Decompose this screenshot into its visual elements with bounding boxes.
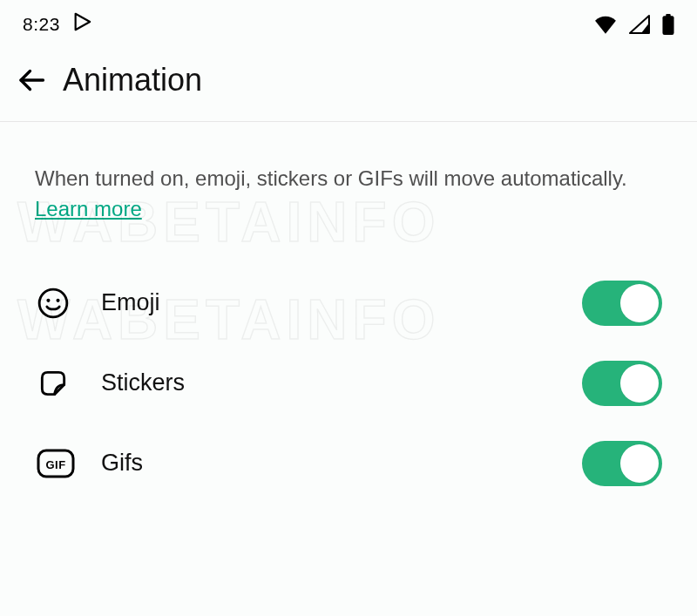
content: When turned on, emoji, stickers or GIFs …	[0, 122, 697, 504]
setting-label-emoji: Emoji	[80, 289, 582, 316]
svg-text:GIF: GIF	[45, 457, 65, 470]
status-bar-right	[594, 14, 674, 35]
emoji-icon	[37, 287, 80, 320]
battery-icon	[662, 14, 674, 35]
setting-row-emoji[interactable]: Emoji	[35, 263, 662, 343]
toggle-gifs[interactable]	[582, 441, 662, 486]
toggle-stickers[interactable]	[582, 361, 662, 406]
svg-point-8	[56, 298, 59, 301]
status-time: 8:23	[23, 14, 60, 35]
toggle-emoji[interactable]	[582, 281, 662, 326]
back-icon[interactable]	[16, 64, 47, 96]
gif-icon: GIF	[37, 449, 80, 478]
svg-point-6	[39, 289, 67, 317]
svg-marker-2	[641, 23, 649, 33]
settings-list: Emoji Stickers	[35, 263, 662, 504]
cell-signal-icon	[629, 15, 650, 34]
status-bar-left: 8:23	[23, 12, 91, 36]
screen: WABETAINFO WABETAINFO 8:23	[0, 0, 697, 504]
page-title: Animation	[63, 62, 202, 98]
svg-rect-4	[666, 14, 670, 17]
setting-row-gifs[interactable]: GIF Gifs	[35, 423, 662, 504]
learn-more-link[interactable]: Learn more	[35, 197, 142, 220]
description-body: When turned on, emoji, stickers or GIFs …	[35, 166, 627, 190]
status-bar: 8:23	[0, 0, 697, 43]
setting-label-gifs: Gifs	[80, 450, 582, 477]
play-store-icon	[72, 12, 91, 36]
svg-marker-0	[76, 14, 91, 30]
wifi-icon	[594, 15, 617, 34]
setting-row-stickers[interactable]: Stickers	[35, 343, 662, 423]
svg-rect-3	[662, 16, 673, 35]
setting-label-stickers: Stickers	[80, 369, 582, 396]
svg-point-7	[46, 298, 50, 301]
sticker-icon	[37, 367, 80, 400]
app-bar: Animation	[0, 43, 697, 121]
description-text: When turned on, emoji, stickers or GIFs …	[35, 164, 662, 225]
